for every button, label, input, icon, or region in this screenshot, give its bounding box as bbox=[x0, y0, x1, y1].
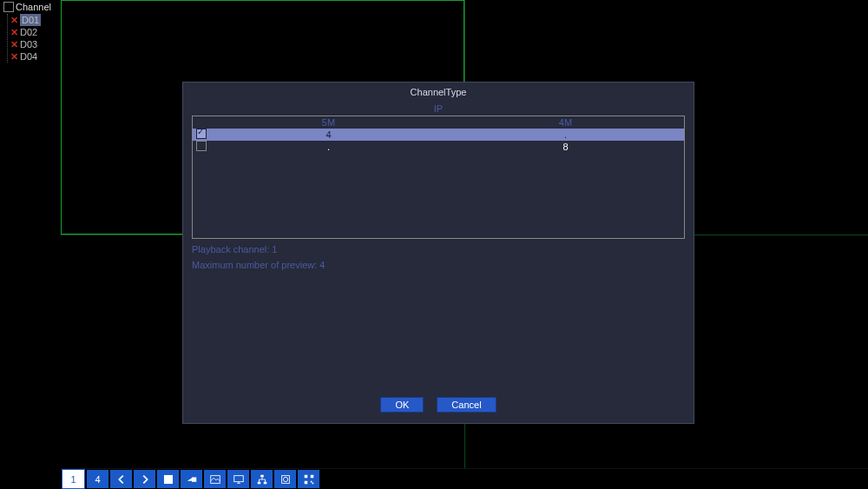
ok-button[interactable]: OK bbox=[380, 397, 424, 413]
view-quad-button[interactable]: 4 bbox=[87, 470, 108, 488]
svg-rect-5 bbox=[263, 481, 266, 484]
row-checkbox[interactable] bbox=[196, 141, 207, 151]
channel-tree-root[interactable]: Channel bbox=[0, 0, 61, 14]
disk-button[interactable] bbox=[274, 470, 296, 488]
channel-type-table: 5M 4M 4 . . 8 bbox=[192, 116, 685, 239]
ptz-button[interactable] bbox=[181, 470, 202, 488]
svg-rect-10 bbox=[304, 480, 307, 484]
offline-icon: ✕ bbox=[10, 14, 18, 26]
channel-item-d02[interactable]: ✕ D02 bbox=[0, 26, 61, 38]
hdd-icon bbox=[279, 473, 292, 486]
square-icon bbox=[162, 473, 174, 486]
tree-root-label: Channel bbox=[16, 2, 51, 12]
monitor-button[interactable] bbox=[227, 470, 249, 488]
dialog-title: ChannelType bbox=[183, 83, 694, 102]
channel-item-d04[interactable]: ✕ D04 bbox=[0, 50, 61, 63]
offline-icon: ✕ bbox=[10, 26, 18, 38]
row-checkbox[interactable] bbox=[196, 129, 207, 139]
svg-rect-2 bbox=[233, 475, 243, 481]
arrow-right-icon bbox=[139, 473, 151, 486]
channel-item-d01[interactable]: ✕ D01 bbox=[0, 14, 61, 26]
monitor-icon bbox=[233, 473, 245, 486]
channel-label: D03 bbox=[20, 38, 37, 50]
offline-icon: ✕ bbox=[10, 38, 18, 50]
max-preview-info: Maximum number of preview: 4 bbox=[192, 260, 685, 270]
fullscreen-button[interactable] bbox=[157, 470, 179, 488]
arrow-left-icon bbox=[115, 473, 128, 486]
view-single-button[interactable]: 1 bbox=[62, 469, 85, 489]
channel-item-d03[interactable]: ✕ D03 bbox=[0, 38, 61, 50]
picture-icon bbox=[209, 473, 221, 486]
cell-value: 4 bbox=[210, 129, 447, 140]
channel-sidebar: Channel ✕ D01 ✕ D02 ✕ D03 ✕ D04 bbox=[0, 0, 62, 469]
prev-button[interactable] bbox=[110, 470, 132, 488]
bottom-toolbar: 1 4 bbox=[61, 468, 868, 489]
cell-value: . bbox=[447, 129, 684, 140]
ip-header: IP bbox=[192, 102, 685, 116]
table-row[interactable]: 4 . bbox=[193, 129, 684, 141]
view-4-label: 4 bbox=[95, 474, 100, 485]
svg-rect-12 bbox=[312, 482, 313, 484]
channel-label: D02 bbox=[20, 26, 37, 38]
network-icon bbox=[256, 473, 268, 486]
channel-label: D01 bbox=[20, 14, 41, 26]
cancel-button[interactable]: Cancel bbox=[437, 397, 496, 413]
playback-channel-info: Playback channel: 1 bbox=[192, 244, 685, 254]
next-button[interactable] bbox=[134, 470, 155, 488]
table-row[interactable]: . 8 bbox=[193, 141, 684, 153]
channel-type-dialog: ChannelType IP 5M 4M 4 . . 8 Playback ch… bbox=[182, 82, 694, 424]
cell-value: . bbox=[210, 142, 447, 152]
svg-rect-0 bbox=[164, 475, 172, 483]
svg-rect-8 bbox=[304, 474, 307, 478]
column-4m: 4M bbox=[447, 116, 684, 129]
svg-rect-4 bbox=[257, 481, 260, 484]
offline-icon: ✕ bbox=[10, 50, 18, 63]
svg-point-7 bbox=[283, 477, 287, 481]
view-1-label: 1 bbox=[70, 474, 76, 485]
image-button[interactable] bbox=[204, 470, 226, 488]
camera-icon bbox=[186, 473, 198, 486]
svg-rect-3 bbox=[260, 474, 264, 477]
qr-button[interactable] bbox=[298, 470, 319, 488]
channel-label: D04 bbox=[20, 50, 37, 63]
svg-rect-11 bbox=[310, 480, 312, 482]
tree-expand-icon bbox=[3, 2, 14, 12]
qr-icon bbox=[303, 473, 315, 486]
cell-value: 8 bbox=[447, 142, 684, 152]
svg-rect-9 bbox=[310, 474, 313, 478]
table-header: 5M 4M bbox=[193, 116, 684, 129]
column-5m: 5M bbox=[210, 116, 447, 129]
network-button[interactable] bbox=[251, 470, 273, 488]
